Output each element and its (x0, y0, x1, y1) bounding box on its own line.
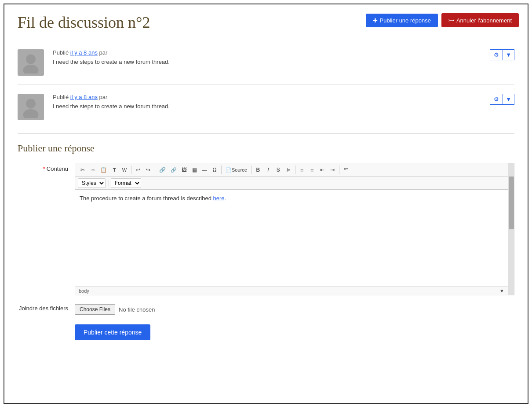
rss-icon: ⧴ (448, 17, 454, 24)
undo-button[interactable]: ↩ (133, 165, 143, 175)
gear-icon-1: ⚙ (494, 51, 499, 58)
omega-button[interactable]: Ω (210, 165, 219, 175)
svg-point-1 (23, 65, 39, 74)
submit-row: Publier cette réponse (18, 322, 514, 340)
editor-footer: body ▼ (75, 287, 508, 295)
bold-button[interactable]: B (253, 165, 263, 175)
editor-scroll-area: ✂ ⎓ 📋 T W ↩ ↪ 🔗 🔗 � (75, 163, 514, 295)
image-button[interactable]: 🖼 (179, 165, 189, 175)
editor-vscrollbar[interactable] (508, 163, 514, 295)
editor-text-prefix: The procedure to create a forum thread i… (80, 195, 213, 202)
paste-word-button[interactable]: W (120, 165, 129, 175)
editor-container: ✂ ⎓ 📋 T W ↩ ↪ 🔗 🔗 � (75, 163, 514, 295)
gear-button-2[interactable]: ⚙ (490, 94, 503, 105)
post-2: Publié il y a 8 ans par I need the steps… (18, 85, 514, 129)
svg-point-0 (26, 55, 36, 64)
ordered-list-button[interactable]: ≡ (297, 165, 307, 175)
unsubscribe-button[interactable]: ⧴ Annuler l'abonnement (441, 13, 519, 27)
user-avatar-icon-2 (20, 96, 42, 118)
dropdown-button-1[interactable]: ▼ (503, 49, 514, 60)
editor-toolbar-row1: ✂ ⎓ 📋 T W ↩ ↪ 🔗 🔗 � (75, 163, 508, 177)
editor-main: ✂ ⎓ 📋 T W ↩ ↪ 🔗 🔗 � (75, 163, 508, 295)
editor-tag-label: body (79, 288, 89, 294)
header-actions: ✚ Publier une réponse ⧴ Annuler l'abonne… (366, 13, 519, 27)
chevron-down-icon-2: ▼ (506, 96, 511, 103)
post-time-link-2[interactable]: il y a 8 ans (70, 94, 98, 100)
avatar-1 (18, 49, 44, 76)
avatar-2 (18, 94, 44, 120)
required-star: * (43, 165, 45, 172)
post-body-2: Publié il y a 8 ans par I need the steps… (53, 94, 514, 110)
cut-button[interactable]: ✂ (78, 165, 87, 175)
svg-point-3 (23, 109, 39, 118)
plus-icon: ✚ (373, 17, 378, 24)
post-content-1: I need the steps to create a new forum t… (53, 59, 514, 65)
unordered-list-button[interactable]: ≡ (307, 165, 317, 175)
sep-2 (155, 165, 155, 174)
submit-offset (18, 322, 75, 340)
file-input-wrap: Choose Files No file chosen (75, 302, 514, 315)
file-input-row: Choose Files No file chosen (75, 304, 514, 315)
outdent-button[interactable]: ⇤ (317, 165, 327, 175)
hr-button[interactable]: — (200, 165, 209, 175)
styles-select[interactable]: Styles (78, 178, 106, 188)
post-content-2: I need the steps to create a new forum t… (53, 103, 514, 110)
sep-5 (295, 165, 295, 174)
table-button[interactable]: ▦ (189, 165, 199, 175)
editor-text-suffix: . (225, 195, 226, 202)
gear-icon-2: ⚙ (494, 96, 499, 103)
blockquote-button[interactable]: “” (341, 165, 351, 175)
source-icon: 📄 (226, 167, 232, 173)
sep-6 (339, 165, 339, 174)
post-meta-1: Publié il y a 8 ans par (53, 49, 514, 56)
svg-point-2 (26, 99, 36, 109)
copy-button[interactable]: ⎓ (88, 165, 98, 175)
submit-reply-button[interactable]: Publier cette réponse (75, 324, 150, 340)
choose-files-button[interactable]: Choose Files (75, 304, 115, 315)
no-file-label: No file chosen (119, 306, 155, 313)
strikethrough-button[interactable]: S (273, 165, 283, 175)
contenu-label: *Contenu (18, 163, 75, 295)
sep-1 (131, 165, 131, 174)
editor-toolbar-row2: Styles | Format (75, 177, 508, 190)
paste-text-button[interactable]: T (109, 165, 119, 175)
link-button[interactable]: 🔗 (157, 165, 168, 175)
post-actions-2: ⚙ ▼ (490, 94, 514, 105)
source-button[interactable]: 📄 Source (223, 165, 249, 175)
sep-3 (221, 165, 222, 174)
paste-button[interactable]: 📋 (98, 165, 109, 175)
post-1: Publié il y a 8 ans par I need the steps… (18, 40, 514, 85)
post-meta-2: Publié il y a 8 ans par (53, 94, 514, 100)
post-time-link-1[interactable]: il y a 8 ans (70, 49, 98, 56)
user-avatar-icon (20, 51, 42, 74)
indent-button[interactable]: ⇥ (328, 165, 337, 175)
editor-vscrollbar-thumb (509, 176, 514, 229)
chevron-down-icon-1: ▼ (506, 51, 511, 58)
redo-button[interactable]: ↪ (143, 165, 153, 175)
editor-link-here[interactable]: here (213, 195, 225, 202)
dropdown-button-2[interactable]: ▼ (503, 94, 514, 105)
chevron-down-footer-icon: ▼ (499, 288, 504, 294)
reply-section: Publier une réponse *Contenu ✂ ⎓ 📋 (18, 133, 514, 340)
clear-format-button[interactable]: Ix (284, 165, 293, 175)
reply-section-title: Publier une réponse (18, 143, 514, 154)
unlink-button[interactable]: 🔗 (168, 165, 179, 175)
post-body-1: Publié il y a 8 ans par I need the steps… (53, 49, 514, 65)
italic-button[interactable]: I (263, 165, 273, 175)
gear-button-1[interactable]: ⚙ (490, 49, 503, 60)
format-select[interactable]: Format (111, 178, 141, 188)
contenu-row: *Contenu ✂ ⎓ 📋 T W (18, 163, 514, 295)
post-actions-1: ⚙ ▼ (490, 49, 514, 60)
page-container: ✚ Publier une réponse ⧴ Annuler l'abonne… (4, 4, 528, 404)
publish-reply-button[interactable]: ✚ Publier une réponse (366, 14, 438, 27)
editor-wrapper: ✂ ⎓ 📋 T W ↩ ↪ 🔗 🔗 � (75, 163, 514, 295)
sep-4 (251, 165, 251, 174)
file-attach-row: Joindre des fichiers Choose Files No fil… (18, 302, 514, 315)
file-attach-label: Joindre des fichiers (18, 302, 75, 315)
editor-content-area[interactable]: The procedure to create a forum thread i… (75, 190, 508, 287)
